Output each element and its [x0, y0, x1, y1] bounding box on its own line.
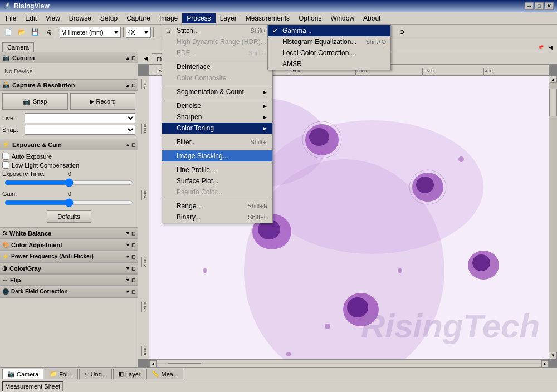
flip-header[interactable]: ↔ Flip ▼ ◻: [0, 275, 138, 286]
svg-point-17: [203, 268, 207, 273]
menu-file[interactable]: File: [1, 13, 21, 23]
h-scroll-right[interactable]: ►: [541, 360, 549, 367]
gain-slider[interactable]: [4, 199, 133, 207]
wb-icon: ⚖: [2, 230, 7, 236]
camera-detach[interactable]: ◻: [131, 55, 135, 61]
snap-button[interactable]: 📷 Snap: [2, 93, 68, 110]
capture-header[interactable]: 📸 Capture & Resolution ▲ ◻: [0, 80, 138, 91]
status-bar: Measurement Sheet: [0, 380, 557, 392]
menu-measurements[interactable]: Measurements: [241, 13, 294, 23]
color-adj-header[interactable]: 🎨 Color Adjustment ▼ ◻: [0, 239, 138, 251]
ca-detach[interactable]: ◻: [131, 242, 135, 248]
exposure-slider[interactable]: [4, 179, 133, 187]
menu-filter[interactable]: Filter... Shift+I: [162, 136, 272, 148]
menu-color-composite[interactable]: Color Composite...: [162, 72, 272, 84]
snap-dropdown[interactable]: [25, 125, 135, 135]
submenu-amsr[interactable]: AMSR: [268, 58, 390, 70]
v-scroll-down[interactable]: ▼: [550, 352, 557, 359]
menu-sharpen[interactable]: Sharpen ►: [162, 111, 272, 122]
menu-about[interactable]: About: [359, 13, 385, 23]
white-balance-header[interactable]: ⚖ White Balance ▼ ◻: [0, 228, 138, 239]
exposure-detach[interactable]: ◻: [131, 142, 135, 148]
cg-detach[interactable]: ◻: [131, 266, 135, 271]
menu-view[interactable]: View: [41, 13, 65, 23]
save-button[interactable]: 💾: [29, 26, 41, 38]
menu-process[interactable]: Process: [182, 13, 215, 23]
menu-window[interactable]: Window: [326, 13, 359, 23]
df-expand[interactable]: ▼: [125, 289, 130, 295]
exposure-expand[interactable]: ▲: [125, 142, 130, 148]
v-scroll-track[interactable]: [549, 83, 557, 352]
process-menu[interactable]: □ Stitch... Shift+I High Dynamic Range (…: [162, 24, 273, 223]
tab-prev[interactable]: ◄: [140, 55, 152, 62]
menu-image-stacking[interactable]: Image Stacking...: [162, 150, 272, 161]
camera-expand[interactable]: ▲: [125, 55, 130, 61]
menu-denoise[interactable]: Denoise ►: [162, 100, 272, 111]
flip-detach[interactable]: ◻: [131, 277, 135, 283]
h-scroll-track[interactable]: [157, 363, 541, 364]
defaults-button[interactable]: Defaults: [47, 210, 91, 223]
menu-setup[interactable]: Setup: [96, 13, 122, 23]
unit-dropdown[interactable]: Millimeter (mm) ▼: [60, 27, 121, 38]
ca-expand[interactable]: ▼: [125, 242, 130, 248]
menu-image[interactable]: Image: [155, 13, 182, 23]
df-detach[interactable]: ◻: [131, 289, 135, 295]
camera-header[interactable]: 📷 Camera ▲ ◻: [0, 52, 138, 63]
flip-expand[interactable]: ▼: [125, 277, 130, 283]
menu-surface-plot[interactable]: Surface Plot...: [162, 175, 272, 187]
df-icon: 🌑: [2, 288, 9, 295]
low-light-check[interactable]: [2, 161, 9, 169]
tab-folder[interactable]: 📁 Fol...: [45, 369, 77, 379]
wb-detach[interactable]: ◻: [131, 231, 135, 236]
close-button[interactable]: ✕: [545, 2, 554, 10]
live-dropdown[interactable]: [25, 113, 135, 123]
menu-deinterlace[interactable]: Deinterlace: [162, 61, 272, 72]
submenu-gamma[interactable]: ✔ Gamma...: [268, 25, 390, 36]
menu-edf[interactable]: EDF... Shift+F: [162, 47, 272, 58]
pf-expand[interactable]: ▼: [125, 254, 130, 259]
tab-camera[interactable]: Camera: [2, 42, 34, 52]
maximize-button[interactable]: □: [535, 2, 544, 10]
tab-undo[interactable]: ↩ Und...: [79, 369, 112, 379]
print-button[interactable]: 🖨: [42, 26, 55, 38]
menu-binary[interactable]: Binary... Shift+B: [162, 212, 272, 223]
h-scroll-left[interactable]: ◄: [149, 360, 157, 367]
menu-hdr[interactable]: High Dynamic Range (HDR)...: [162, 36, 272, 47]
panel-pin[interactable]: 📌: [536, 43, 545, 52]
submenu-histogram-eq[interactable]: Histogram Equalization... Shift+Q: [268, 36, 390, 47]
menu-capture[interactable]: Capture: [122, 13, 155, 23]
tab-camera-bottom[interactable]: 📷 Camera: [2, 369, 43, 379]
exposure-header[interactable]: ⚡ Exposure & Gain ▲ ◻: [0, 139, 138, 150]
tab-mea[interactable]: 📏 Mea...: [146, 369, 183, 379]
minimize-button[interactable]: ─: [525, 2, 534, 10]
cg-header[interactable]: ◑ Color/Gray ▼ ◻: [0, 263, 138, 274]
pf-detach[interactable]: ◻: [131, 254, 135, 259]
menu-stitch[interactable]: □ Stitch... Shift+I: [162, 25, 272, 36]
capture-expand[interactable]: ▲: [125, 82, 130, 88]
menu-line-profile[interactable]: Line Profile...: [162, 164, 272, 175]
df-header[interactable]: 🌑 Dark Field Correction ▼ ◻: [0, 286, 138, 297]
record-button[interactable]: ▶ Record: [70, 93, 136, 110]
panel-collapse[interactable]: ◀: [546, 43, 555, 52]
menu-layer[interactable]: Layer: [216, 13, 241, 23]
tab-layer[interactable]: ◧ Layer: [113, 369, 146, 379]
cg-expand[interactable]: ▼: [125, 266, 130, 271]
submenu-local-color[interactable]: Local Color Correction...: [268, 47, 390, 58]
wb-expand[interactable]: ▼: [125, 231, 130, 236]
open-button[interactable]: 📂: [16, 26, 28, 38]
v-scroll-up[interactable]: ▲: [550, 76, 557, 83]
menu-color-toning[interactable]: Color Toning ►: [162, 122, 272, 134]
menu-browse[interactable]: Browse: [65, 13, 96, 23]
pf-header[interactable]: ⚡ Power Frequency (Anti-Flicker) ▼ ◻: [0, 251, 138, 262]
menu-options[interactable]: Options: [294, 13, 326, 23]
color-toning-submenu[interactable]: ✔ Gamma... Histogram Equalization... Shi…: [267, 24, 391, 70]
menu-pseudo-color[interactable]: Pseudo Color...: [162, 187, 272, 198]
calibrate-tool[interactable]: ⊙: [395, 26, 408, 38]
zoom-dropdown[interactable]: 4X ▼: [126, 27, 151, 38]
menu-edit[interactable]: Edit: [21, 13, 41, 23]
capture-detach[interactable]: ◻: [131, 82, 135, 88]
menu-range[interactable]: Range... Shift+R: [162, 200, 272, 212]
auto-exposure-check[interactable]: [2, 153, 9, 160]
menu-seg-count[interactable]: Segmentation & Count ►: [162, 86, 272, 97]
new-button[interactable]: 📄: [2, 26, 14, 38]
